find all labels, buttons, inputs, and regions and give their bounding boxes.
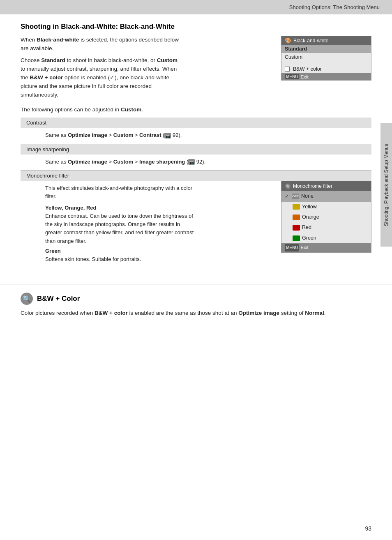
image-sharpening-body: Same as Optimize image > Custom > Image … (21, 155, 371, 170)
menu-key: MENU (285, 74, 299, 79)
menu-title-text: Black-and-white (293, 38, 328, 44)
menu-title-icon: 🎨 (285, 37, 291, 44)
mono-exit-key: MENU (285, 244, 299, 252)
contrast-header: Contrast (21, 118, 371, 128)
monochrome-body: This effect simulates black-and-white ph… (21, 181, 371, 268)
mono-orange-item[interactable]: Orange (281, 212, 371, 222)
mono-red-item[interactable]: Red (281, 222, 371, 233)
section-title-prefix: Shooting in Black-and-White: (21, 23, 120, 30)
image-sharpening-header: Image sharpening (21, 144, 371, 155)
header-title: Shooting Options: The Shooting Menu (289, 4, 380, 10)
intro2-bold1: Standard (41, 57, 65, 63)
mono-none-item[interactable]: ✓ OFF None (281, 191, 371, 201)
header-bar: Shooting Options: The Shooting Menu (0, 0, 392, 14)
mono-yellow-item[interactable]: Yellow (281, 202, 371, 212)
menu-box-title: 🎨 Black-and-white (281, 36, 371, 45)
intro1-prefix: When (21, 37, 37, 43)
menu-item-bw-color[interactable]: B&W + color (281, 64, 371, 73)
intro1-bold: Black-and-white (37, 37, 79, 43)
bw-color-title: B&W + Color (37, 295, 80, 303)
sidebar-label-text: Shooting, Playback and Setup Menus (383, 144, 389, 226)
intro-left: When Black-and-white is selected, the op… (21, 36, 181, 102)
yellow-icon (293, 204, 300, 210)
monochrome-row: Monochrome filter This effect simulates … (21, 171, 371, 268)
green-para: Green Softens skin tones. Suitable for p… (45, 247, 197, 263)
none-icon: OFF (292, 194, 299, 199)
mono-green-item[interactable]: Green (281, 233, 371, 243)
bw-color-icon: 🔍 (21, 293, 33, 305)
mono-icon-sym: 🔘 (285, 182, 291, 190)
page-number: 93 (365, 525, 371, 532)
yellow-orange-red-para: Yellow, Orange, Red Enhance contrast. Ca… (45, 204, 197, 245)
svg-text:📷: 📷 (189, 160, 194, 165)
monochrome-header: Monochrome filter (21, 171, 371, 181)
check-icon: ✓ (285, 193, 289, 201)
green-icon (293, 235, 300, 241)
page-container: Shooting Options: The Shooting Menu Shoo… (0, 0, 392, 540)
intro-section: When Black-and-white is selected, the op… (21, 36, 371, 102)
orange-icon (293, 215, 300, 220)
sidebar-label: Shooting, Playback and Setup Menus (380, 123, 392, 247)
intro2-bold2: Custom (157, 57, 178, 63)
monochrome-menu-box: 🔘 Monochrome filter ✓ OFF None Yellow (281, 181, 371, 253)
main-content: Shooting in Black-and-White: Black-and-W… (0, 14, 392, 276)
menu-exit[interactable]: MENU Exit (281, 73, 371, 80)
section-title: Shooting in Black-and-White: Black-and-W… (21, 23, 371, 31)
image-sharpening-row: Image sharpening Same as Optimize image … (21, 144, 371, 170)
monochrome-left: This effect simulates black-and-white ph… (45, 184, 197, 263)
svg-text:📷: 📷 (166, 134, 171, 138)
mono-menu-exit[interactable]: MENU Exit (281, 243, 371, 252)
monochrome-menu-title: 🔘 Monochrome filter (281, 181, 371, 192)
menu-item-standard[interactable]: Standard (281, 45, 371, 53)
red-icon (293, 225, 300, 231)
options-line: The following options can be adjusted in… (21, 106, 371, 113)
bw-color-text: Color pictures recorded when B&W + color… (21, 309, 371, 318)
contrast-body: Same as Optimize image > Custom > Contra… (21, 128, 371, 143)
intro2-bold3: B&W + color (30, 74, 63, 81)
contrast-row: Contrast Same as Optimize image > Custom… (21, 118, 371, 143)
intro2-prefix: Choose (21, 57, 41, 63)
intro2-mid1: to shoot in basic black-and-white, or (65, 57, 157, 63)
intro-para-1: When Black-and-white is selected, the op… (21, 36, 181, 53)
monochrome-desc: This effect simulates black-and-white ph… (45, 184, 197, 201)
bw-color-heading: 🔍 B&W + Color (21, 293, 371, 305)
menu-item-custom[interactable]: Custom (281, 53, 371, 61)
bw-color-section: 🔍 B&W + Color Color pictures recorded wh… (0, 284, 392, 318)
section-title-bold: Black-and-White (120, 23, 175, 30)
bw-color-checkbox[interactable] (285, 67, 290, 72)
black-and-white-menu-box: 🎨 Black-and-white Standard Custom B&W + … (281, 36, 371, 81)
bw-icon-symbol: 🔍 (23, 295, 31, 303)
intro-para-2: Choose Standard to shoot in basic black-… (21, 56, 181, 99)
